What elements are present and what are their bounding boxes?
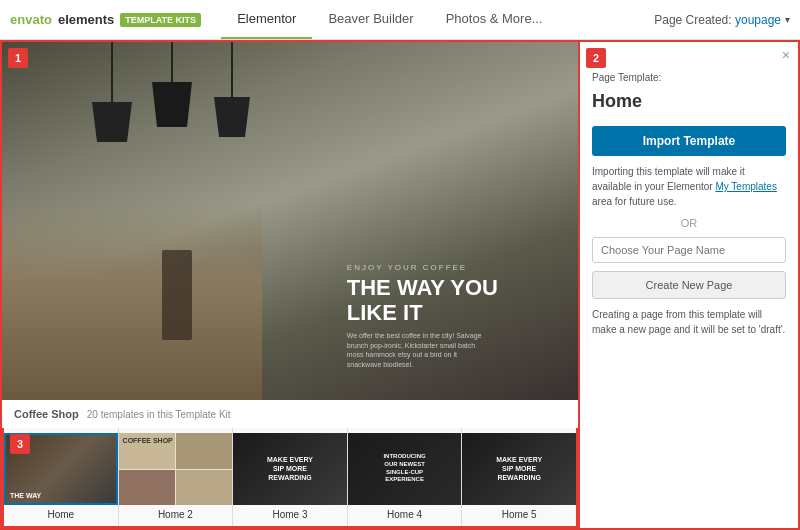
panel-3-number: 3 xyxy=(10,434,30,454)
thumb-label-home3: Home 3 xyxy=(272,509,307,520)
tab-photos[interactable]: Photos & More... xyxy=(430,0,559,39)
preview-footer: Coffee Shop 20 templates in this Templat… xyxy=(2,400,578,428)
svg-marker-3 xyxy=(152,82,192,127)
logo-envato: envato xyxy=(10,12,52,27)
header: envatoelements TEMPLATE KITS Elementor B… xyxy=(0,0,800,40)
page-created-link[interactable]: youpage xyxy=(735,13,781,27)
import-template-button[interactable]: Import Template xyxy=(592,126,786,156)
thumb-img-home4: INTRODUCING OUR NEWEST SINGLE-CUP EXPERI… xyxy=(348,433,462,505)
thumbnail-home4[interactable]: INTRODUCING OUR NEWEST SINGLE-CUP EXPERI… xyxy=(348,428,463,526)
tab-elementor[interactable]: Elementor xyxy=(221,0,312,39)
panel-1: 1 ENJOY YOUR COFFEE THE WAY YOU LI xyxy=(0,40,580,530)
create-page-description: Creating a page from this template will … xyxy=(592,307,786,337)
thumb-img-home2: COFFEE SHOP xyxy=(119,433,233,505)
panel-2: 2 × Page Template: Home Import Template … xyxy=(580,40,800,530)
thumb-text-home2: COFFEE SHOP xyxy=(123,437,173,444)
thumb-img-home5: MAKE EVERY SIP MORE REWARDING xyxy=(462,433,576,505)
header-right: Page Created: youpage ▾ xyxy=(654,13,790,27)
thumb-label-home1: Home xyxy=(47,509,74,520)
my-templates-link[interactable]: My Templates xyxy=(715,181,777,192)
page-template-title: Home xyxy=(592,91,786,112)
thumb-label-home4: Home 4 xyxy=(387,509,422,520)
page-created-label: Page Created: xyxy=(654,13,731,27)
panel-1-number: 1 xyxy=(8,48,28,68)
thumb-overlay-home1: THE WAY xyxy=(10,492,41,499)
svg-marker-1 xyxy=(92,102,132,142)
svg-marker-5 xyxy=(214,97,250,137)
thumb-label-home5: Home 5 xyxy=(502,509,537,520)
thumbnail-home5[interactable]: MAKE EVERY SIP MORE REWARDING Home 5 xyxy=(462,428,576,526)
thumb-label-home2: Home 2 xyxy=(158,509,193,520)
main-content: 1 ENJOY YOUR COFFEE THE WAY YOU LI xyxy=(0,40,800,530)
thumbnail-home3[interactable]: MAKE EVERY SIP MORE REWARDING Home 3 xyxy=(233,428,348,526)
preview-footer-count: 20 templates in this Template Kit xyxy=(87,409,231,420)
thumb-text-home3: MAKE EVERY SIP MORE REWARDING xyxy=(262,455,319,482)
page-name-input[interactable] xyxy=(592,237,786,263)
hanging-lamps-icon xyxy=(62,42,302,202)
preview-subtext: We offer the best coffee in the city! Sa… xyxy=(347,331,487,370)
preview-footer-title: Coffee Shop xyxy=(14,408,79,420)
preview-area: ENJOY YOUR COFFEE THE WAY YOU LIKE IT We… xyxy=(2,42,578,400)
thumb-img-home3: MAKE EVERY SIP MORE REWARDING xyxy=(233,433,347,505)
person-silhouette xyxy=(162,250,192,340)
template-kits-badge: TEMPLATE KITS xyxy=(120,13,201,27)
dropdown-arrow-icon[interactable]: ▾ xyxy=(785,14,790,25)
preview-enjoy-text: ENJOY YOUR COFFEE xyxy=(347,263,498,272)
counter-area xyxy=(2,200,262,400)
logo-area: envatoelements TEMPLATE KITS xyxy=(10,12,201,27)
panel-2-number: 2 xyxy=(586,48,606,68)
import-description: Importing this template will make it ava… xyxy=(592,164,786,209)
nav-tabs: Elementor Beaver Builder Photos & More..… xyxy=(221,0,558,39)
logo-elements: elements xyxy=(58,12,114,27)
close-button[interactable]: × xyxy=(782,48,790,62)
page-template-label: Page Template: xyxy=(592,72,786,83)
preview-overlay: ENJOY YOUR COFFEE THE WAY YOU LIKE IT We… xyxy=(347,263,498,370)
create-new-page-button[interactable]: Create New Page xyxy=(592,271,786,299)
or-divider: OR xyxy=(592,217,786,229)
tab-beaver-builder[interactable]: Beaver Builder xyxy=(312,0,429,39)
panel-3: 3 THE WAY Home xyxy=(2,428,578,528)
thumbnail-home2[interactable]: COFFEE SHOP Home 2 xyxy=(119,428,234,526)
thumb-text-home5: MAKE EVERY SIP MORE REWARDING xyxy=(491,455,548,482)
thumb-text-home4: INTRODUCING OUR NEWEST SINGLE-CUP EXPERI… xyxy=(376,453,433,484)
preview-headline: THE WAY YOU LIKE IT xyxy=(347,276,498,324)
